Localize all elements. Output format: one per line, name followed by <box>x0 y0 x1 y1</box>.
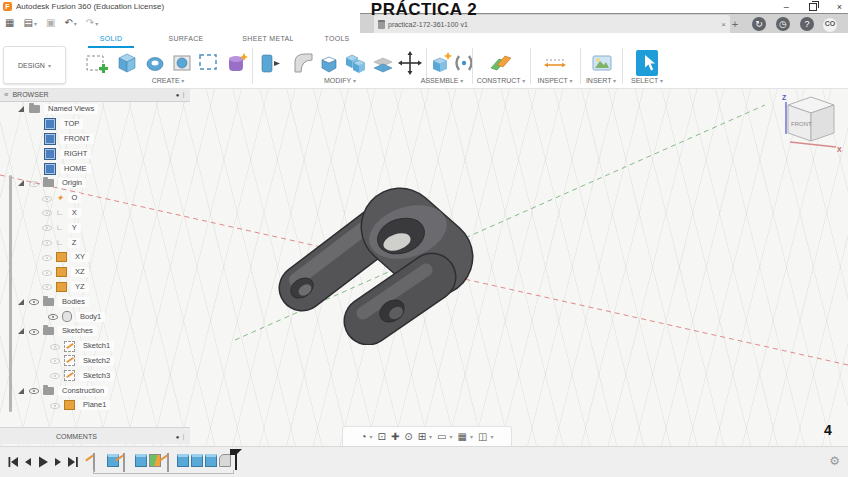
group-label-assemble[interactable]: ASSEMBLE <box>412 77 472 84</box>
tree-item-sketch2[interactable]: Sketch2 <box>0 354 190 369</box>
minimize-button[interactable]: – <box>784 2 789 12</box>
skip-to-end-button[interactable] <box>68 457 75 467</box>
tree-item-x-axis[interactable]: ∟X <box>0 206 190 221</box>
create-sketch-button[interactable] <box>85 50 109 76</box>
measure-button[interactable] <box>543 50 567 76</box>
browser-scrollbar[interactable] <box>9 175 12 412</box>
tree-item-construction[interactable]: Construction <box>0 383 190 398</box>
visibility-eye-icon[interactable] <box>29 386 39 395</box>
display-settings-icon[interactable]: ▭ <box>437 431 446 442</box>
timeline-feature-extrude5[interactable] <box>205 454 217 467</box>
select-button[interactable] <box>635 50 657 76</box>
visibility-eye-icon[interactable] <box>29 297 39 306</box>
tree-item-plane1[interactable]: Plane1 <box>0 398 190 413</box>
skip-to-end-button[interactable] <box>76 457 78 467</box>
step-back-button[interactable] <box>25 458 31 466</box>
tree-item-z-axis[interactable]: ∟Z <box>0 235 190 250</box>
grid-dropdown-icon[interactable]: ▾ <box>470 433 473 440</box>
grid-snaps-icon[interactable]: ▦ <box>458 431 467 442</box>
viewports-dropdown-icon[interactable]: ▾ <box>491 433 494 440</box>
orbit-dropdown-icon[interactable]: ▾ <box>370 433 373 440</box>
visibility-eye-icon[interactable] <box>50 371 60 380</box>
tree-item-top-view[interactable]: TOP <box>0 117 190 132</box>
visibility-eye-icon[interactable] <box>42 282 52 291</box>
extrude-button[interactable] <box>115 50 139 76</box>
timeline-feature-extrude4[interactable] <box>191 454 203 467</box>
group-label-select[interactable]: SELECT <box>617 77 677 84</box>
help-icon[interactable]: ? <box>800 17 814 31</box>
visibility-eye-icon[interactable] <box>29 327 39 336</box>
viewports-icon[interactable]: ◫ <box>478 431 487 442</box>
group-label-modify[interactable]: MODIFY <box>310 77 370 84</box>
sync-status-icon[interactable]: ↻ <box>752 17 766 31</box>
restore-button[interactable] <box>809 3 817 11</box>
skip-to-start-button[interactable] <box>11 457 18 467</box>
visibility-eye-icon[interactable] <box>50 342 60 351</box>
look-at-icon[interactable]: ⊡ <box>378 431 386 442</box>
browser-options-icon[interactable]: ● <box>176 91 186 98</box>
tree-item-front-view[interactable]: FRONT <box>0 132 190 147</box>
group-label-construct[interactable]: CONSTRUCT <box>471 77 531 84</box>
timeline-feature-extrude3[interactable] <box>177 454 189 467</box>
fit-dropdown-icon[interactable]: ▾ <box>429 433 432 440</box>
group-label-create[interactable]: CREATE <box>138 77 198 84</box>
skip-to-start-button[interactable] <box>9 457 11 467</box>
fit-icon[interactable]: ⊞ <box>418 431 426 442</box>
visibility-eye-icon[interactable] <box>42 238 52 247</box>
pattern-button[interactable] <box>197 50 221 76</box>
combine-button[interactable] <box>344 50 368 76</box>
tree-item-origin[interactable]: Origin <box>0 176 190 191</box>
offset-face-button[interactable] <box>371 50 395 76</box>
undo-icon[interactable]: ↶▾ <box>64 16 76 31</box>
tree-item-right-view[interactable]: RIGHT <box>0 146 190 161</box>
new-component-button[interactable] <box>430 50 454 76</box>
expand-icon[interactable] <box>18 388 24 394</box>
pan-icon[interactable]: ✚ <box>391 431 399 442</box>
redo-icon[interactable]: ↷▾ <box>86 16 98 31</box>
timeline-feature-extrude2[interactable] <box>135 454 147 467</box>
zoom-icon[interactable]: ⊙ <box>404 431 412 442</box>
tree-item-origin-point[interactable]: ✦O <box>0 191 190 206</box>
display-dropdown-icon[interactable]: ▾ <box>450 433 453 440</box>
file-menu-icon[interactable]: ▤▾ <box>23 16 36 31</box>
document-tab-close-icon[interactable]: × <box>721 20 726 29</box>
fillet-button[interactable] <box>291 50 315 76</box>
tree-item-body1[interactable]: Body1 <box>0 309 190 324</box>
insert-image-button[interactable] <box>590 50 614 76</box>
tree-item-sketch3[interactable]: Sketch3 <box>0 368 190 383</box>
tree-item-home-view[interactable]: HOME <box>0 161 190 176</box>
comments-options-icon[interactable]: ● <box>176 433 186 440</box>
data-panel-icon[interactable]: ▦ <box>5 16 14 30</box>
tree-item-y-axis[interactable]: ∟Y <box>0 220 190 235</box>
move-button[interactable] <box>398 50 422 76</box>
tree-item-named-views[interactable]: Named Views <box>0 102 190 117</box>
sweep-button[interactable] <box>171 50 195 76</box>
tab-sheet-metal[interactable]: SHEET METAL <box>236 35 300 47</box>
workspace-selector[interactable]: DESIGN <box>3 46 66 84</box>
tree-item-yz-plane[interactable]: YZ <box>0 280 190 295</box>
tree-item-bodies[interactable]: Bodies <box>0 294 190 309</box>
visibility-eye-icon[interactable] <box>42 253 52 262</box>
tree-item-sketch1[interactable]: Sketch1 <box>0 339 190 354</box>
expand-icon[interactable] <box>18 328 24 334</box>
clevis-model-body[interactable] <box>250 185 475 345</box>
expand-icon[interactable] <box>18 299 24 305</box>
step-forward-button[interactable] <box>55 458 61 466</box>
construct-plane-button[interactable] <box>489 50 513 76</box>
view-cube[interactable]: Z X FRONT <box>778 90 844 156</box>
tab-surface[interactable]: SURFACE <box>159 35 213 47</box>
timeline-settings-gear-icon[interactable]: ⚙ <box>829 454 840 468</box>
collapse-browser-icon[interactable]: « <box>4 90 8 99</box>
tree-item-xy-plane[interactable]: XY <box>0 250 190 265</box>
job-status-icon[interactable]: ◷ <box>776 17 790 31</box>
create-form-button[interactable] <box>225 50 249 76</box>
visibility-eye-icon[interactable] <box>48 312 58 321</box>
visibility-eye-icon[interactable] <box>29 179 39 188</box>
visibility-eye-icon[interactable] <box>42 268 52 277</box>
tree-item-xz-plane[interactable]: XZ <box>0 265 190 280</box>
user-avatar[interactable]: CO <box>822 17 838 33</box>
visibility-eye-icon[interactable] <box>42 194 52 203</box>
visibility-eye-icon[interactable] <box>50 401 60 410</box>
timeline-position-marker[interactable] <box>230 449 240 471</box>
press-pull-button[interactable] <box>258 50 282 76</box>
